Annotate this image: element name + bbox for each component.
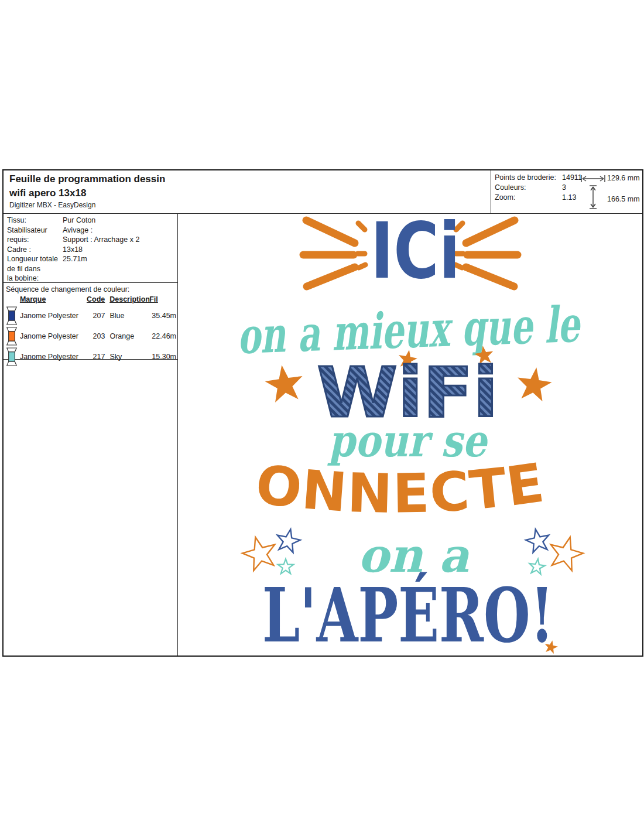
design-text-ici: ICi: [371, 214, 460, 296]
color-sequence-panel: Séquence de changement de couleur: Marqu…: [4, 283, 177, 360]
color-count-row: Couleurs: 3: [495, 183, 526, 192]
star-icon: [515, 365, 553, 402]
design-text-pour-se: pour se: [327, 415, 488, 467]
left-column: Tissu: Pur Coton Stabilisateur requis: A…: [4, 214, 178, 656]
design-width-mm: 129.6 mm: [607, 174, 640, 182]
design-name: wifi apero 13x18: [9, 186, 485, 200]
color-count-value: 3: [562, 183, 566, 192]
thread-spool-icon: [6, 327, 18, 346]
stabilisateur-label: Stabilisateur requis:: [7, 226, 63, 245]
zoom-label: Zoom:: [495, 193, 515, 202]
sheet-header: Feuille de programmation dessin wifi ape…: [4, 170, 642, 214]
title-box: Feuille de programmation dessin wifi ape…: [4, 170, 491, 213]
thread-code: 207: [85, 312, 105, 320]
design-height-mm: 166.5 mm: [607, 195, 640, 203]
color-sequence-header: Marque Code Description Fil: [6, 295, 176, 304]
stabilisateur-value: Avivage : Support : Arrachage x 2: [63, 226, 177, 245]
col-description: Description: [109, 295, 150, 303]
zoom-row: Zoom: 1.13: [495, 193, 515, 202]
notes-empty-panel: [4, 360, 177, 656]
col-code: Code: [87, 295, 105, 303]
sunburst-rays-right: [455, 220, 518, 286]
stitch-count-row: Points de broderie: 14911: [495, 173, 556, 182]
longueur-label: Longueur totale de fil dans la bobine:: [7, 254, 63, 284]
stitch-count-value: 14911: [562, 173, 582, 182]
star-icon: [263, 363, 306, 404]
star-outline-icon: [546, 533, 586, 572]
thread-length: 35.45m: [149, 312, 176, 320]
thread-code: 203: [85, 332, 105, 340]
stats-box: Points de broderie: 14911 Couleurs: 3 Zo…: [491, 170, 642, 213]
tissu-label: Tissu:: [7, 216, 63, 226]
sunburst-rays-left: [303, 220, 365, 286]
design-preview: ICi on a mieux que le WiFi pour se: [178, 214, 642, 656]
thread-row: Janome Polyester 207 Blue 35.45m: [6, 305, 176, 326]
stitch-count-label: Points de broderie:: [495, 173, 556, 182]
star-outline-icon: [275, 527, 302, 553]
sheet-title: Feuille de programmation dessin: [9, 172, 485, 186]
thread-brand: Janome Polyester: [20, 332, 85, 340]
star-outline-icon: [524, 527, 551, 553]
embroidery-design: ICi on a mieux que le WiFi pour se: [178, 214, 642, 656]
program-sheet: Feuille de programmation dessin wifi ape…: [2, 169, 643, 657]
color-sequence-title: Séquence de changement de couleur:: [6, 285, 176, 295]
dimension-arrows-icon: [580, 174, 606, 210]
col-marque: Marque: [20, 295, 46, 303]
sheet-body: Tissu: Pur Coton Stabilisateur requis: A…: [4, 214, 642, 656]
fabric-info-panel: Tissu: Pur Coton Stabilisateur requis: A…: [4, 214, 177, 283]
zoom-value: 1.13: [562, 193, 576, 202]
col-fil: Fil: [149, 295, 158, 303]
star-outline-icon: [239, 533, 280, 572]
longueur-value: 25.71m: [63, 254, 177, 284]
thread-brand: Janome Polyester: [20, 312, 85, 320]
thread-description: Blue: [105, 312, 149, 320]
thread-length: 22.46m: [149, 332, 176, 340]
thread-spool-icon: [6, 306, 18, 325]
cadre-value: 13x18: [63, 245, 177, 255]
design-text-apero: L'APÉRO!: [262, 571, 554, 656]
cadre-label: Cadre :: [7, 245, 63, 255]
thread-description: Orange: [105, 332, 149, 340]
tissu-value: Pur Coton: [63, 216, 177, 226]
page: { "header": { "title_line1": "Feuille de…: [0, 0, 644, 833]
color-count-label: Couleurs:: [495, 183, 526, 192]
thread-row: Janome Polyester 203 Orange 22.46m: [6, 326, 176, 346]
software-name: Digitizer MBX - EasyDesign: [9, 200, 485, 210]
